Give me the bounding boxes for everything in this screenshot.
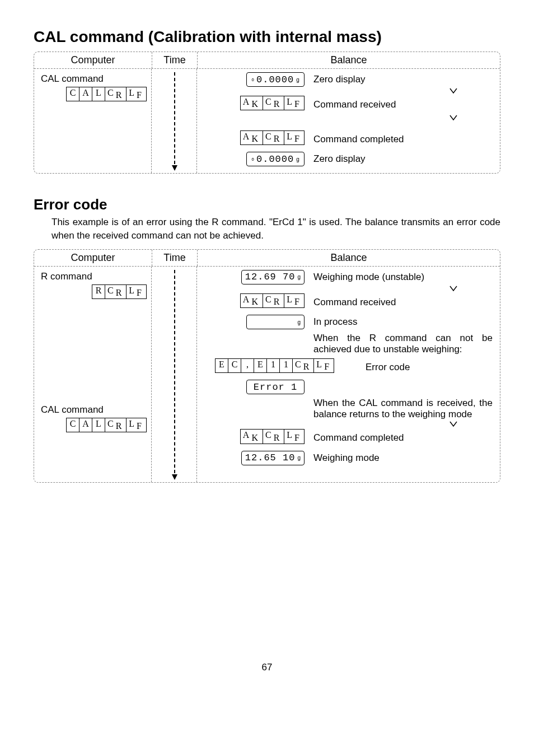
diagram-cal-command: Computer Time Balance CAL command CALCRL… (34, 52, 500, 174)
desc-error-code: Error code (366, 362, 410, 373)
error-code-bytes: EC,E11CRLF (215, 358, 334, 373)
ack-received-2: AKCRLF (240, 293, 305, 308)
desc-r-fail: When the R command can not be achieved d… (313, 333, 493, 355)
desc-cal-received: When the CAL command is received, the ba… (313, 398, 493, 420)
hdr-balance: Balance (198, 52, 500, 68)
ack-completed-2: AKCRLF (240, 429, 305, 444)
lcd-zero-1: o0.0000g (246, 72, 305, 87)
body-error-code: This example is of an error using the R … (51, 216, 500, 242)
lcd-zero-2: o0.0000g (246, 152, 305, 166)
ack-completed-1: AKCRLF (240, 130, 305, 145)
desc-zero-display-2: Zero display (313, 153, 366, 165)
desc-command-completed-1: Command completed (313, 134, 404, 145)
heading-cal-command: CAL command (Calibration with internal m… (34, 28, 500, 46)
ack-received-1: AKCRLF (240, 96, 305, 110)
desc-weighing-unstable: Weighing mode (unstable) (313, 272, 424, 283)
hdr-time: Time (152, 52, 198, 68)
lcd-weighing-mode: 12.65 10g (241, 451, 305, 465)
lcd-inprocess: g (246, 315, 305, 329)
hdr-time-2: Time (152, 250, 198, 266)
hdr-computer-2: Computer (34, 250, 152, 266)
cmd-cal-bytes-2: CALCRLF (66, 418, 147, 432)
page-number: 67 (34, 662, 500, 673)
heading-error-code: Error code (34, 196, 500, 213)
cmd-r-label: R command (41, 271, 147, 282)
cmd-r-bytes: RCRLF (92, 284, 147, 299)
time-arrow-icon-2 (174, 270, 175, 479)
desc-in-process: In process (313, 316, 357, 328)
desc-weighing-mode: Weighing mode (313, 452, 380, 464)
desc-zero-display-1: Zero display (313, 74, 366, 85)
cmd-cal-label: CAL command (41, 73, 147, 85)
time-arrow-icon (174, 72, 175, 170)
cmd-cal-label-2: CAL command (41, 404, 147, 416)
hdr-computer: Computer (34, 52, 152, 68)
hdr-balance-2: Balance (198, 250, 500, 266)
desc-command-completed-2: Command completed (313, 432, 404, 444)
desc-command-received-2: Command received (313, 297, 396, 308)
lcd-error: Error 1 (246, 380, 305, 394)
cmd-cal-bytes: CALCRLF (66, 87, 147, 101)
lcd-unstable: 12.69 70g (241, 270, 305, 284)
desc-command-received-1: Command received (313, 99, 396, 110)
diagram-error-code: Computer Time Balance R command RCRLF CA… (34, 249, 500, 483)
